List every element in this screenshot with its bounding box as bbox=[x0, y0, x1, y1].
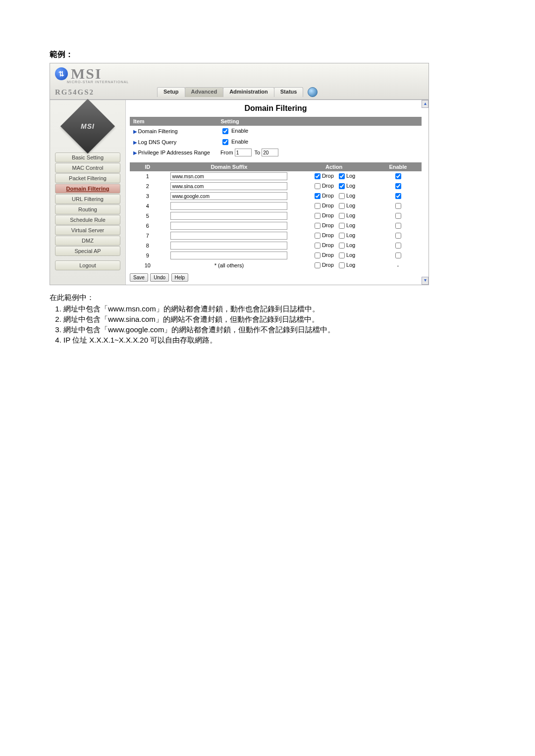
rule-log-checkbox[interactable] bbox=[339, 233, 345, 239]
rule-drop-checkbox[interactable] bbox=[315, 193, 321, 199]
sidebar-item-routing[interactable]: Routing bbox=[55, 204, 120, 214]
rule-suffix-input[interactable] bbox=[170, 202, 287, 210]
brand-logo: ⇅ MSI bbox=[55, 65, 102, 82]
rule-enable-checkbox[interactable] bbox=[395, 173, 401, 179]
rule-suffix-input[interactable] bbox=[170, 242, 287, 250]
rule-suffix-input[interactable] bbox=[170, 252, 287, 259]
sidebar-item-virtual-server[interactable]: Virtual Server bbox=[55, 225, 120, 235]
rule-id: 8 bbox=[130, 241, 165, 251]
rule-row: 6Drop Log bbox=[130, 221, 422, 231]
rule-all-others: * (all others) bbox=[165, 260, 293, 270]
rule-drop-checkbox[interactable] bbox=[315, 183, 321, 189]
rule-enable-checkbox[interactable] bbox=[395, 213, 401, 219]
rule-id: 1 bbox=[130, 171, 165, 182]
enable-label: Enable bbox=[231, 128, 248, 134]
scroll-down-icon[interactable]: ▾ bbox=[422, 277, 428, 285]
rule-drop-checkbox[interactable] bbox=[315, 243, 321, 249]
rule-suffix-input[interactable] bbox=[170, 222, 287, 230]
rule-enable-checkbox[interactable] bbox=[395, 223, 401, 229]
button-row: Save Undo Help bbox=[130, 272, 422, 282]
rule-drop-checkbox[interactable] bbox=[315, 223, 321, 229]
rule-drop-checkbox[interactable] bbox=[315, 203, 321, 209]
sidebar-item-domain-filtering[interactable]: Domain Filtering bbox=[55, 184, 120, 194]
triangle-icon: ▶ bbox=[133, 150, 137, 155]
rule-log-checkbox[interactable] bbox=[339, 252, 345, 258]
save-button[interactable]: Save bbox=[130, 273, 148, 282]
col-setting: Setting bbox=[217, 117, 422, 126]
rule-row: 4Drop Log bbox=[130, 201, 422, 211]
scroll-up-icon[interactable]: ▴ bbox=[422, 100, 428, 108]
rule-row: 3Drop Log bbox=[130, 191, 422, 201]
rule-suffix-input[interactable] bbox=[170, 192, 287, 200]
th-suffix: Domain Suffix bbox=[165, 163, 293, 171]
note-3: 網址中包含「www.google.com」的網站都會遭封鎖，但動作不會記錄到日誌… bbox=[63, 324, 485, 335]
undo-button[interactable]: Undo bbox=[150, 273, 169, 282]
tab-advanced[interactable]: Advanced bbox=[185, 87, 224, 97]
to-label: To bbox=[255, 150, 261, 155]
sidebar-item-packet-filtering[interactable]: Packet Filtering bbox=[55, 173, 120, 183]
content-panel: ▴ ▾ Domain Filtering Item Setting ▶Domai… bbox=[125, 100, 428, 285]
note-1: 網址中包含「www.msn.com」的網站都會遭封鎖，動作也會記錄到日誌檔中。 bbox=[63, 303, 485, 314]
rule-id: 4 bbox=[130, 201, 165, 211]
rule-log-checkbox[interactable] bbox=[339, 183, 345, 189]
rule-id: 7 bbox=[130, 231, 165, 241]
rule-log-checkbox[interactable] bbox=[339, 173, 345, 179]
help-button[interactable]: Help bbox=[171, 273, 189, 282]
rule-enable-checkbox[interactable] bbox=[395, 252, 401, 258]
enable-log-dns-checkbox[interactable] bbox=[222, 139, 228, 145]
sidebar-item-schedule-rule[interactable]: Schedule Rule bbox=[55, 215, 120, 225]
rule-suffix-input[interactable] bbox=[170, 172, 287, 180]
rule-drop-checkbox[interactable] bbox=[315, 233, 321, 239]
rule-enable-checkbox[interactable] bbox=[395, 193, 401, 199]
rule-drop-checkbox[interactable] bbox=[315, 213, 321, 219]
tab-status[interactable]: Status bbox=[274, 87, 304, 97]
tab-setup[interactable]: Setup bbox=[157, 87, 185, 97]
rule-drop-checkbox[interactable] bbox=[315, 252, 321, 258]
rules-table: ID Domain Suffix Action Enable 1Drop Log… bbox=[130, 162, 422, 270]
log-label: Log bbox=[346, 212, 355, 218]
log-label: Log bbox=[346, 262, 355, 268]
sidebar-item-special-ap[interactable]: Special AP bbox=[55, 246, 120, 256]
sidebar-item-basic-setting[interactable]: Basic Setting bbox=[55, 152, 120, 162]
sidebar-item-mac-control[interactable]: MAC Control bbox=[55, 163, 120, 173]
rule-suffix-input[interactable] bbox=[170, 182, 287, 190]
rule-row-all-others: 10 * (all others) Drop Log - bbox=[130, 260, 422, 270]
log-label: Log bbox=[346, 242, 355, 248]
sidebar-item-url-filtering[interactable]: URL Filtering bbox=[55, 194, 120, 204]
rule-row: 8Drop Log bbox=[130, 241, 422, 251]
globe-icon[interactable] bbox=[308, 87, 318, 97]
rule-log-checkbox[interactable] bbox=[339, 203, 345, 209]
rule-log-checkbox[interactable] bbox=[339, 262, 345, 268]
doc-title: 範例： bbox=[50, 50, 515, 60]
rule-id: 2 bbox=[130, 181, 165, 191]
rule-drop-checkbox[interactable] bbox=[315, 262, 321, 268]
rule-row: 9Drop Log bbox=[130, 251, 422, 260]
rule-id: 6 bbox=[130, 221, 165, 231]
page-header: ⇅ MSI MICRO-STAR INTERNATIONAL RG54GS2 S… bbox=[50, 63, 428, 100]
rule-enable-checkbox[interactable] bbox=[395, 203, 401, 209]
rule-log-checkbox[interactable] bbox=[339, 213, 345, 219]
rule-log-checkbox[interactable] bbox=[339, 223, 345, 229]
privilege-from-input[interactable] bbox=[235, 149, 252, 156]
model-name: RG54GS2 bbox=[55, 88, 94, 97]
from-label: From bbox=[220, 150, 233, 155]
logo-text: MSI bbox=[71, 65, 102, 82]
rule-log-checkbox[interactable] bbox=[339, 243, 345, 249]
rule-enable-checkbox[interactable] bbox=[395, 243, 401, 249]
rule-log-checkbox[interactable] bbox=[339, 193, 345, 199]
privilege-to-input[interactable] bbox=[262, 149, 278, 156]
rule-suffix-input[interactable] bbox=[170, 212, 287, 220]
rule-enable-checkbox[interactable] bbox=[395, 233, 401, 239]
triangle-icon: ▶ bbox=[133, 129, 137, 134]
rule-enable-checkbox[interactable] bbox=[395, 183, 401, 189]
tab-administration[interactable]: Administration bbox=[223, 87, 274, 97]
rule-suffix-input[interactable] bbox=[170, 232, 287, 240]
sidebar-item-logout[interactable]: Logout bbox=[55, 260, 120, 270]
th-id: ID bbox=[130, 163, 165, 171]
enable-label: Enable bbox=[231, 139, 248, 145]
logo-subtext: MICRO-STAR INTERNATIONAL bbox=[67, 80, 129, 84]
drop-label: Drop bbox=[322, 202, 334, 208]
rule-drop-checkbox[interactable] bbox=[315, 173, 321, 179]
enable-domain-filtering-checkbox[interactable] bbox=[222, 128, 228, 134]
sidebar-item-dmz[interactable]: DMZ bbox=[55, 236, 120, 246]
